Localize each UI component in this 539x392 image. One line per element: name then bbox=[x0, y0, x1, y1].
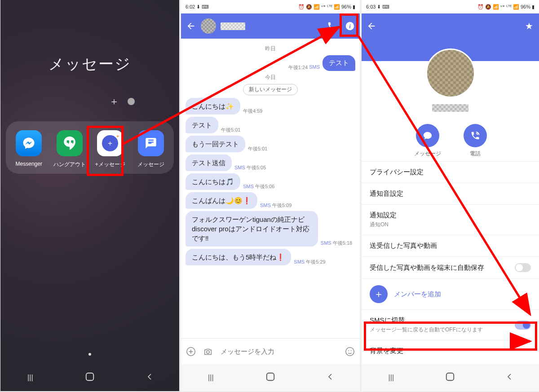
message-in[interactable]: こんにちは、もう5時半だね❗SMS 午後5:29 bbox=[186, 249, 355, 265]
svg-rect-8 bbox=[267, 373, 274, 381]
message-in[interactable]: こんにちは✨午後4:59 bbox=[186, 98, 355, 115]
app-label: Messenger bbox=[16, 161, 42, 167]
setting-sound[interactable]: 通知音設定 bbox=[362, 183, 539, 204]
profile-area: ██████ bbox=[362, 61, 539, 116]
status-tray-icons: ⏰ 🔕 📶 ᵛᵒ ᴸᵀᴱ 📶 bbox=[477, 4, 519, 10]
status-indicators: ⬇ ⌨ bbox=[377, 4, 389, 10]
svg-point-6 bbox=[348, 350, 349, 351]
action-message[interactable]: メッセージ bbox=[414, 124, 441, 158]
status-time: 6:03 bbox=[366, 4, 376, 9]
nav-home[interactable] bbox=[261, 372, 279, 383]
annotation-highlight bbox=[340, 13, 358, 37]
back-button[interactable] bbox=[366, 21, 377, 31]
status-bar: 6:02 ⬇ ⌨ ⏰ 🔕 📶 ᵛᵒ ᴸᵀᴱ 📶 96% ▮ bbox=[181, 0, 360, 13]
app-hangouts[interactable]: ハングアウト bbox=[50, 130, 88, 168]
chat-appbar: ████ i bbox=[181, 13, 360, 39]
nav-bar: ||| bbox=[362, 364, 539, 391]
status-tray-icons: ⏰ 🔕 📶 ᵛᵒ ᴸᵀᴱ 📶 bbox=[298, 4, 340, 10]
emoji-icon[interactable] bbox=[345, 346, 355, 357]
setting-privacy[interactable]: プライバシー設定 bbox=[362, 161, 539, 183]
setting-autosave[interactable]: 受信した写真や動画を端末に自動保存 bbox=[362, 256, 539, 278]
message-in[interactable]: もう一回テスト午後5:01 bbox=[186, 136, 355, 152]
contact-name: ██████ bbox=[432, 104, 468, 112]
messenger-icon bbox=[16, 130, 42, 156]
phone-icon bbox=[464, 124, 487, 147]
call-button[interactable] bbox=[327, 21, 337, 31]
message-out[interactable]: 午後1:24 SMS テスト bbox=[186, 55, 355, 71]
camera-icon[interactable] bbox=[203, 346, 213, 357]
setting-notification[interactable]: 通知設定 通知ON bbox=[362, 204, 539, 235]
nav-bar: ||| bbox=[181, 364, 360, 391]
svg-rect-9 bbox=[446, 373, 454, 381]
app-messages[interactable]: メッセージ bbox=[132, 130, 170, 168]
message-icon bbox=[416, 124, 439, 147]
folder-title: メッセージ bbox=[0, 54, 179, 75]
message-input[interactable] bbox=[220, 347, 338, 356]
home-pager bbox=[0, 349, 179, 357]
battery-icon: ▮ bbox=[532, 4, 535, 10]
hangouts-icon bbox=[57, 130, 83, 156]
nav-back[interactable] bbox=[141, 373, 159, 383]
contact-name[interactable]: ████ bbox=[221, 22, 245, 30]
message-in[interactable]: テスト送信SMS 午後5:05 bbox=[186, 154, 355, 171]
date-separator: 今日 bbox=[186, 74, 355, 81]
message-input-bar bbox=[181, 338, 360, 364]
setting-media[interactable]: 送受信した写真や動画 bbox=[362, 235, 539, 256]
status-time: 6:02 bbox=[186, 4, 195, 9]
battery-icon: ▮ bbox=[353, 4, 355, 10]
app-label: ハングアウト bbox=[53, 161, 86, 168]
annotation-highlight bbox=[87, 126, 124, 176]
nav-back[interactable] bbox=[321, 373, 339, 383]
plus-icon: ＋ bbox=[370, 285, 388, 303]
chat-body[interactable]: 昨日 午後1:24 SMS テスト 今日 新しいメッセージ こんにちは✨午後4:… bbox=[181, 39, 360, 338]
date-separator: 昨日 bbox=[186, 45, 355, 53]
app-label: メッセージ bbox=[137, 161, 164, 168]
back-button[interactable] bbox=[186, 21, 196, 31]
contact-avatar-large[interactable] bbox=[426, 48, 475, 98]
message-in[interactable]: こんにちは🎵SMS 午後5:06 bbox=[186, 173, 355, 190]
nav-bar: ||| bbox=[0, 364, 179, 391]
action-call[interactable]: 電話 bbox=[464, 124, 487, 158]
status-indicators: ⬇ ⌨ bbox=[196, 4, 209, 10]
add-member[interactable]: ＋ メンバーを追加 bbox=[362, 278, 539, 309]
nav-recent[interactable]: ||| bbox=[382, 374, 400, 382]
bubble-out: テスト bbox=[323, 55, 355, 71]
nav-home[interactable] bbox=[81, 372, 99, 383]
messages-icon bbox=[138, 130, 164, 156]
nav-recent[interactable]: ||| bbox=[202, 374, 220, 382]
message-in[interactable]: こんばんは🌙😊❗SMS 午後5:09 bbox=[186, 192, 355, 209]
status-battery: 96% bbox=[521, 4, 530, 9]
page-indicator bbox=[128, 98, 135, 105]
message-in[interactable]: テスト午後5:01 bbox=[186, 117, 355, 133]
app-messenger[interactable]: Messenger bbox=[10, 130, 48, 168]
svg-rect-0 bbox=[86, 373, 94, 381]
add-icon[interactable] bbox=[186, 346, 196, 357]
svg-point-5 bbox=[346, 347, 354, 355]
new-message-chip: 新しいメッセージ bbox=[243, 84, 298, 95]
nav-recent[interactable]: ||| bbox=[21, 374, 39, 382]
favorite-star-icon[interactable]: ★ bbox=[524, 21, 535, 31]
action-row: メッセージ 電話 bbox=[362, 124, 539, 158]
annotation-highlight bbox=[364, 322, 537, 351]
status-bar: 6:03 ⬇ ⌨ ⏰ 🔕 📶 ᵛᵒ ᴸᵀᴱ 📶 96% ▮ bbox=[362, 0, 539, 13]
toggle-autosave[interactable] bbox=[515, 263, 531, 272]
add-app-button[interactable]: ＋ bbox=[108, 95, 120, 108]
nav-home[interactable] bbox=[441, 372, 459, 383]
svg-point-7 bbox=[351, 350, 352, 351]
nav-back[interactable] bbox=[500, 373, 518, 383]
contact-avatar[interactable] bbox=[201, 18, 216, 34]
details-appbar: ★ bbox=[362, 13, 539, 39]
svg-point-4 bbox=[207, 350, 209, 353]
status-battery: 96% bbox=[341, 4, 351, 9]
message-in[interactable]: フォルクスワーゲンtiguanの純正ナビdiscover proはアンドロイドオ… bbox=[186, 211, 355, 247]
